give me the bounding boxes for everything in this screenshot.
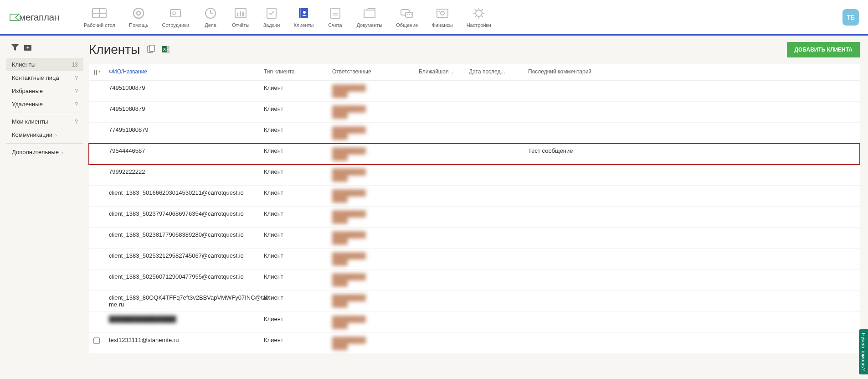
nav-label: Задачи	[263, 22, 280, 28]
sidebar-item[interactable]: Контактные лица?	[6, 71, 83, 84]
nav-icon	[296, 7, 311, 20]
nav-item-4[interactable]: Отчёты	[226, 3, 256, 31]
nav-item-9[interactable]: Общение	[390, 3, 424, 31]
table-row[interactable]: client_1383_502381779068389280@carrotque…	[89, 228, 860, 249]
table-row[interactable]: 79992222222Клиент████████████	[89, 165, 860, 186]
col-name-header[interactable]: ФИО/Название	[104, 68, 259, 76]
add-client-button[interactable]: ДОБАВИТЬ КЛИЕНТА	[787, 42, 860, 57]
svg-point-3	[134, 8, 144, 18]
cell-resp: ████████████	[328, 126, 414, 140]
nav-label: Документы	[357, 22, 383, 28]
table-row[interactable]: client_1383_502532129582745067@carrotque…	[89, 249, 860, 270]
checkbox-icon[interactable]	[93, 337, 100, 344]
nav-item-10[interactable]: Финансы	[425, 3, 459, 31]
logo-icon	[9, 13, 20, 21]
sidebar-count: 13	[72, 62, 78, 68]
sidebar-item[interactable]: Избранные?	[6, 84, 83, 98]
svg-point-17	[303, 11, 306, 14]
nav-item-1[interactable]: Помощь	[123, 3, 155, 31]
table-header: + ФИО/Название Тип клиента Ответственные…	[89, 64, 860, 81]
nav-item-11[interactable]: Настройки	[460, 3, 498, 31]
nav-item-7[interactable]: Счета	[321, 3, 349, 31]
sidebar-item[interactable]: Дополнительные ›	[6, 145, 83, 159]
nav-icon	[362, 7, 377, 20]
cell-type: Клиент	[259, 337, 328, 343]
cell-name: client_1383_502532129582745067@carrotque…	[104, 252, 259, 259]
table-row[interactable]: test1233111@stanemte.ruКлиент███████████…	[89, 333, 860, 354]
filter-icon[interactable]: +	[11, 44, 19, 52]
cell-type: Клиент	[259, 189, 328, 196]
logo[interactable]: мегаплан	[9, 12, 59, 23]
cell-resp: ████████████	[328, 294, 414, 307]
nav-item-2[interactable]: Сотрудники	[155, 3, 195, 31]
nav-item-0[interactable]: Рабочий стол	[77, 3, 122, 31]
cell-resp: ████████████	[328, 337, 414, 350]
cell-type: Клиент	[259, 126, 328, 133]
svg-rect-21	[364, 10, 375, 18]
copy-icon[interactable]	[146, 45, 155, 55]
table-row[interactable]: 774951080879Клиент████████████	[89, 123, 860, 144]
nav-label: Сотрудники	[162, 22, 189, 28]
page-title: Клиенты	[89, 42, 140, 57]
table-row[interactable]: 74951080879Клиент████████████	[89, 102, 860, 123]
nav-label: Финансы	[431, 22, 452, 28]
logo-text: мегаплан	[19, 12, 59, 23]
nav-item-6[interactable]: Клиенты	[287, 3, 320, 31]
nav-icon	[399, 7, 415, 20]
cell-name: client_1383_502560712900477955@carrotque…	[104, 273, 259, 280]
sidebar-item[interactable]: Клиенты13	[6, 58, 83, 71]
table-row[interactable]: 79544446587Клиент████████████Тест сообще…	[89, 144, 860, 165]
nav-icon	[435, 7, 450, 20]
sidebar-item[interactable]: Удаленные?	[6, 98, 83, 111]
sidebar-item[interactable]: Коммуникации ›	[6, 128, 83, 141]
cell-type: Клиент	[259, 105, 328, 112]
sidebar-count: ?	[75, 88, 78, 94]
excel-export-icon[interactable]: X	[161, 45, 170, 55]
cell-resp: ████████████	[328, 147, 414, 161]
cell-resp: ████████████	[328, 168, 414, 182]
cell-name: client_1383_502379740686976354@carrotque…	[104, 210, 259, 217]
sidebar-label: Коммуникации	[12, 131, 52, 138]
nav-item-3[interactable]: Дела	[196, 3, 225, 31]
cell-resp: ████████████	[328, 273, 414, 286]
table-row[interactable]: client_1383_80OQK4TFFq7eft3v2BBVapVMWFy0…	[89, 291, 860, 312]
table-row[interactable]: client_1383_502560712900477955@carrotque…	[89, 270, 860, 291]
svg-rect-41	[94, 70, 95, 75]
cell-resp: ████████████	[328, 316, 414, 329]
svg-text:+: +	[98, 69, 100, 74]
col-type-header[interactable]: Тип клиента	[259, 68, 328, 76]
svg-point-24	[407, 14, 408, 15]
nav-item-8[interactable]: Документы	[350, 3, 389, 31]
top-nav: мегаплан Рабочий столПомощьСотрудникиДел…	[0, 0, 868, 36]
user-avatar[interactable]: ТБ	[842, 9, 859, 26]
col-near-header[interactable]: Ближайшая ...	[414, 68, 464, 76]
cell-name: client_1383_80OQK4TFFq7eft3v2BBVapVMWFy0…	[104, 294, 259, 308]
table-row[interactable]: client_1383_501666203014530211@carrotque…	[89, 186, 860, 207]
cell-name: 74951000879	[104, 84, 259, 91]
nav-icon	[471, 7, 487, 20]
chevron-right-icon: ›	[62, 150, 63, 155]
nav-item-5[interactable]: Задачи	[257, 3, 286, 31]
cell-type: Клиент	[259, 168, 328, 175]
svg-point-30	[476, 10, 482, 16]
nav-icon	[92, 7, 107, 20]
nav-icon	[233, 7, 248, 20]
col-comment-header[interactable]: Последний комментарий	[524, 68, 860, 76]
svg-point-29	[438, 10, 440, 12]
help-tab[interactable]: Нужна помощь?	[859, 329, 868, 372]
add-folder-icon[interactable]: +	[24, 44, 32, 52]
col-resp-header[interactable]: Ответственные	[328, 68, 414, 76]
sidebar-item[interactable]: Мои клиенты?	[6, 115, 83, 128]
svg-rect-12	[240, 11, 241, 16]
col-date-header[interactable]: Дата послед...	[464, 68, 524, 76]
table-row[interactable]: 74951000879Клиент████████████	[89, 81, 860, 102]
cell-name: client_1383_502381779068389280@carrotque…	[104, 231, 259, 238]
sidebar: + + Клиенты13Контактные лица?Избранные?У…	[0, 36, 84, 372]
table-row[interactable]: client_1383_502379740686976354@carrotque…	[89, 207, 860, 228]
page-header: Клиенты X ДОБАВИТЬ КЛИЕНТА	[89, 42, 860, 57]
column-settings-icon[interactable]: +	[89, 68, 104, 76]
cell-name: 79544446587	[104, 147, 259, 154]
table-row[interactable]: ████████████████Клиент████████████	[89, 312, 860, 333]
cell-name: test1233111@stanemte.ru	[104, 337, 259, 343]
svg-rect-27	[437, 9, 448, 17]
